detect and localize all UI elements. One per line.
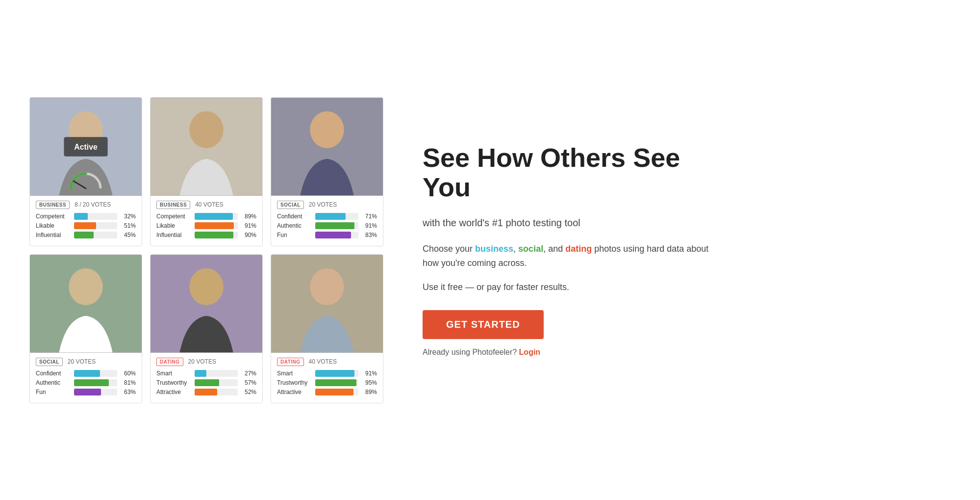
- stat-label: Smart: [156, 370, 192, 377]
- stat-row: Competent 89%: [156, 213, 256, 220]
- category-badge: BUSINESS: [36, 201, 70, 209]
- stat-label: Confident: [36, 370, 71, 377]
- stat-row: Confident 60%: [36, 370, 136, 377]
- photo-wrapper: [151, 98, 262, 196]
- description: Choose your business, social, and dating…: [423, 242, 727, 270]
- gauge-overlay: [69, 171, 103, 191]
- stat-bar: [195, 370, 206, 377]
- stat-row: Attractive 52%: [156, 389, 256, 395]
- photo-wrapper: Active: [30, 98, 142, 196]
- stat-pct: 81%: [120, 379, 136, 386]
- stat-bar-container: [315, 213, 358, 220]
- category-badge: BUSINESS: [156, 201, 190, 209]
- card-info: BUSINESS 40 VOTES Competent 89% Likable …: [151, 196, 262, 246]
- stat-label: Authentic: [36, 379, 71, 386]
- card-header: BUSINESS 40 VOTES: [156, 201, 256, 209]
- svg-line-4: [74, 181, 86, 188]
- stat-bar-container: [195, 379, 238, 386]
- stat-bar-container: [195, 222, 238, 229]
- photo-wrapper: [151, 255, 262, 353]
- stat-pct: 91%: [361, 222, 377, 229]
- photo-wrapper: [30, 255, 142, 353]
- category-badge: SOCIAL: [277, 201, 304, 209]
- stat-pct: 90%: [241, 232, 256, 238]
- stat-pct: 83%: [361, 232, 377, 238]
- stat-bar-container: [315, 222, 358, 229]
- stat-label: Likable: [36, 222, 71, 229]
- stat-label: Confident: [277, 213, 312, 220]
- subtitle: with the world's #1 photo testing tool: [423, 215, 727, 230]
- desc-comma: ,: [513, 244, 518, 254]
- login-link[interactable]: Login: [519, 348, 541, 356]
- stat-row: Influential 45%: [36, 232, 136, 238]
- stat-label: Fun: [277, 232, 312, 238]
- stat-bar: [74, 213, 88, 220]
- card-header: SOCIAL 20 VOTES: [36, 358, 136, 366]
- photo-wrapper: [271, 98, 383, 196]
- desc-social: social: [518, 244, 543, 254]
- stat-bar-container: [74, 389, 117, 395]
- svg-point-10: [69, 268, 102, 305]
- desc-dating: dating: [565, 244, 592, 254]
- desc-and: , and: [543, 244, 565, 254]
- votes-text: 8 / 20 VOTES: [75, 201, 111, 208]
- stat-bar-container: [74, 370, 117, 377]
- stat-row: Competent 32%: [36, 213, 136, 220]
- stat-row: Smart 91%: [277, 370, 377, 377]
- page-container: Active BUSINESS 8 / 20 VOTES Competent: [10, 87, 970, 413]
- stat-bar: [315, 389, 353, 395]
- stat-bar-container: [315, 389, 358, 395]
- photo-card-1: Active BUSINESS 8 / 20 VOTES Competent: [29, 97, 142, 246]
- card-info: SOCIAL 20 VOTES Confident 60% Authentic …: [30, 353, 142, 403]
- stat-row: Authentic 91%: [277, 222, 377, 229]
- stat-pct: 27%: [241, 370, 256, 377]
- stat-bar: [195, 379, 219, 386]
- card-header: SOCIAL 20 VOTES: [277, 201, 377, 209]
- stat-pct: 60%: [120, 370, 136, 377]
- svg-point-14: [310, 268, 344, 305]
- stat-pct: 91%: [361, 370, 377, 377]
- stat-label: Competent: [36, 213, 71, 220]
- stat-bar-container: [315, 379, 358, 386]
- stat-label: Attractive: [156, 389, 192, 395]
- photo-card-4: SOCIAL 20 VOTES Confident 60% Authentic …: [29, 254, 142, 403]
- stat-pct: 57%: [241, 379, 256, 386]
- stat-bar-container: [315, 232, 358, 238]
- stat-label: Smart: [277, 370, 312, 377]
- stat-bar: [195, 222, 234, 229]
- svg-text:Active: Active: [74, 142, 98, 151]
- stat-bar-container: [74, 379, 117, 386]
- stat-bar: [315, 213, 346, 220]
- stat-row: Confident 71%: [277, 213, 377, 220]
- photo-card-6: DATING 40 VOTES Smart 91% Trustworthy 95…: [271, 254, 383, 403]
- stat-label: Trustworthy: [156, 379, 192, 386]
- stat-row: Attractive 89%: [277, 389, 377, 395]
- stat-bar: [195, 232, 233, 238]
- svg-point-6: [189, 111, 223, 148]
- stat-row: Fun 63%: [36, 389, 136, 395]
- stat-row: Trustworthy 95%: [277, 379, 377, 386]
- photo-card-2: BUSINESS 40 VOTES Competent 89% Likable …: [150, 97, 263, 246]
- card-info: DATING 40 VOTES Smart 91% Trustworthy 95…: [271, 353, 383, 403]
- stat-bar: [315, 370, 354, 377]
- card-header: DATING 20 VOTES: [156, 358, 256, 366]
- card-header: BUSINESS 8 / 20 VOTES: [36, 201, 136, 209]
- stat-bar-container: [195, 370, 238, 377]
- stat-pct: 51%: [120, 222, 136, 229]
- get-started-button[interactable]: GET STARTED: [423, 310, 544, 339]
- votes-text: 40 VOTES: [195, 201, 223, 208]
- photos-grid: Active BUSINESS 8 / 20 VOTES Competent: [29, 97, 383, 403]
- stat-bar-container: [195, 213, 238, 220]
- stat-pct: 71%: [361, 213, 377, 220]
- stat-bar-container: [315, 370, 358, 377]
- stat-label: Influential: [156, 232, 192, 238]
- card-info: DATING 20 VOTES Smart 27% Trustworthy 57…: [151, 353, 262, 403]
- card-info: BUSINESS 8 / 20 VOTES Competent 32% Lika…: [30, 196, 142, 246]
- stat-pct: 89%: [361, 389, 377, 395]
- stat-label: Trustworthy: [277, 379, 312, 386]
- stat-row: Influential 90%: [156, 232, 256, 238]
- stat-bar: [315, 379, 356, 386]
- svg-point-12: [189, 268, 223, 305]
- votes-text: 40 VOTES: [309, 358, 337, 365]
- stat-label: Influential: [36, 232, 71, 238]
